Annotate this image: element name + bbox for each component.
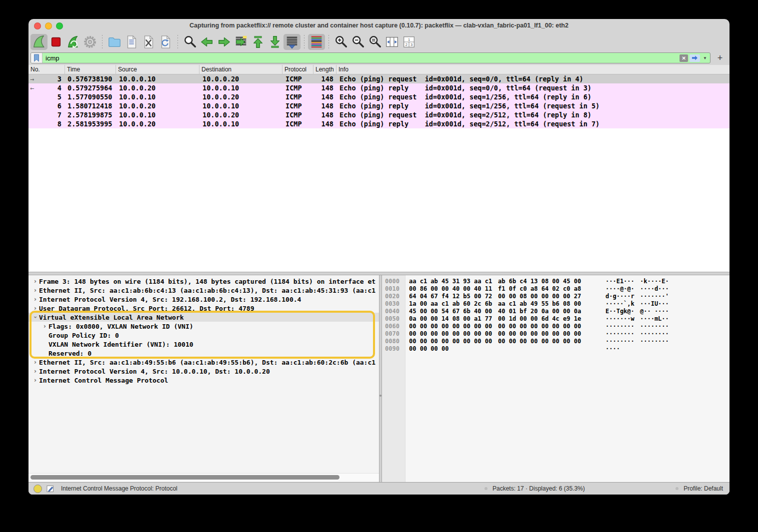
expander-closed-icon[interactable]: ›: [32, 278, 39, 285]
detail-row[interactable]: ›Flags: 0x0800, VXLAN Network ID (VNI): [28, 322, 379, 331]
expander-open-icon[interactable]: ›: [32, 314, 39, 321]
display-filter-field[interactable]: icmp ✕ ▼: [30, 52, 710, 63]
expander-closed-icon[interactable]: ›: [32, 287, 39, 294]
hex-row-0060[interactable]: 006000 00 00 00 00 00 00 0000 00 00 00 0…: [382, 322, 730, 330]
zoom-window-button[interactable]: [56, 22, 63, 29]
packet-row-5[interactable]: 51.57709055010.0.0.1010.0.0.20ICMP148Ech…: [28, 92, 730, 101]
detail-row[interactable]: VXLAN Network Identifier (VNI): 10010: [28, 340, 379, 349]
first-packet-button[interactable]: [250, 34, 266, 50]
packet-row-4[interactable]: ←40.57927596410.0.0.2010.0.0.10ICMP148Ec…: [28, 83, 730, 92]
last-packet-button[interactable]: [266, 34, 284, 50]
detail-row[interactable]: ›Frame 3: 148 bytes on wire (1184 bits),…: [28, 277, 379, 286]
detail-row[interactable]: ›Virtual eXtensible Local Area Network: [28, 313, 379, 322]
layout-123-button[interactable]: 123: [400, 34, 418, 50]
capture-options-button[interactable]: [82, 34, 98, 50]
packet-row-3[interactable]: →30.57673819010.0.0.1010.0.0.20ICMP148Ec…: [28, 74, 730, 83]
capture-comment-icon[interactable]: [46, 485, 55, 493]
column-header-destination[interactable]: Destination: [200, 65, 282, 74]
status-profile[interactable]: Profile: Default: [676, 485, 723, 492]
packet-row-6[interactable]: 61.58071241810.0.0.2010.0.0.10ICMP148Ech…: [28, 101, 730, 110]
next-packet-button[interactable]: [216, 34, 232, 50]
hex-row-0010[interactable]: 001000 86 00 00 40 00 40 11f1 0f c0 a8 6…: [382, 285, 730, 292]
colorize-button[interactable]: [308, 34, 325, 50]
close-file-button[interactable]: [140, 34, 157, 50]
hex-row-0070[interactable]: 007000 00 00 00 00 00 00 0000 00 00 00 0…: [382, 330, 730, 337]
status-separator-dot: [484, 487, 488, 490]
hex-row-0040[interactable]: 004045 00 00 54 67 6b 40 0040 01 bf 20 0…: [382, 307, 730, 315]
detail-row[interactable]: ›User Datagram Protocol, Src Port: 26612…: [28, 304, 379, 313]
column-header-time[interactable]: Time: [65, 65, 116, 74]
apply-arrow-icon: [692, 55, 698, 60]
reload-file-button[interactable]: [157, 34, 174, 50]
pane-splitter-horizontal[interactable]: [28, 272, 730, 275]
hex-bytes-left: aa c1 ab 45 31 93 aa c1: [409, 278, 492, 285]
resize-columns-button[interactable]: [384, 34, 400, 50]
expert-info-button[interactable]: [34, 485, 42, 493]
restart-capture-button[interactable]: [64, 34, 82, 50]
column-header-no[interactable]: No.: [28, 65, 65, 74]
hex-row-0030[interactable]: 00301a 00 aa c1 ab 60 2c 6baa c1 ab 49 5…: [382, 300, 730, 307]
hex-row-0020[interactable]: 002064 04 67 f4 12 b5 00 7200 00 08 00 0…: [382, 292, 730, 300]
reload-file-icon: [158, 34, 173, 49]
detail-row[interactable]: ›Ethernet II, Src: aa:c1:ab:6b:c4:13 (aa…: [28, 286, 379, 295]
go-to-packet-button[interactable]: [232, 34, 250, 50]
details-hscrollbar[interactable]: [28, 473, 379, 481]
column-header-info[interactable]: Info: [336, 65, 730, 74]
hex-offset: 0030: [382, 300, 405, 307]
filter-add-button[interactable]: +: [714, 53, 726, 63]
minimize-window-button[interactable]: [45, 22, 52, 29]
start-capture-button[interactable]: [30, 34, 48, 50]
close-window-button[interactable]: [34, 22, 41, 29]
status-field-info[interactable]: Internet Control Message Protocol: Proto…: [61, 485, 178, 492]
hex-row-0090[interactable]: 009000 00 00 00····: [382, 345, 730, 352]
expander-closed-icon[interactable]: ›: [32, 377, 39, 384]
svg-text:2: 2: [406, 42, 408, 47]
ascii-right: ········: [640, 338, 669, 345]
expander-closed-icon[interactable]: ›: [41, 323, 48, 330]
title-bar[interactable]: Capturing from packetflix:// remote clus…: [28, 19, 730, 32]
auto-scroll-button[interactable]: [284, 34, 300, 50]
previous-packet-button[interactable]: [198, 34, 216, 50]
detail-row[interactable]: ›Ethernet II, Src: aa:c1:ab:49:55:b6 (aa…: [28, 358, 379, 367]
expander-closed-icon[interactable]: ›: [32, 359, 39, 366]
hex-offset: 0000: [382, 278, 405, 285]
filter-input[interactable]: icmp: [42, 54, 680, 62]
hex-row-0050[interactable]: 00500a 00 00 14 08 00 a1 7700 1d 00 00 6…: [382, 315, 730, 322]
details-hscrollbar-thumb[interactable]: [30, 475, 340, 480]
filter-apply-button[interactable]: [690, 54, 700, 62]
save-file-icon: [124, 34, 139, 49]
hex-bytes-left: 64 04 67 f4 12 b5 00 72: [409, 293, 492, 300]
hex-row-0080[interactable]: 008000 00 00 00 00 00 00 0000 00 00 00 0…: [382, 337, 730, 345]
detail-row[interactable]: Group Policy ID: 0: [28, 331, 379, 340]
find-packet-icon: [182, 34, 198, 49]
zoom-in-button[interactable]: [332, 34, 350, 50]
expander-closed-icon[interactable]: ›: [32, 305, 39, 312]
ascii-right: ····mL··: [640, 315, 669, 322]
zoom-reset-icon: [368, 34, 382, 49]
zoom-reset-button[interactable]: [366, 34, 384, 50]
filter-dropdown-caret-icon[interactable]: ▼: [703, 56, 707, 60]
expander-closed-icon[interactable]: ›: [32, 368, 39, 375]
packet-list-pane: No.TimeSourceDestinationProtocolLengthIn…: [28, 65, 730, 272]
column-header-source[interactable]: Source: [116, 65, 200, 74]
detail-row[interactable]: ›Internet Control Message Protocol: [28, 376, 379, 385]
packet-list-header: No.TimeSourceDestinationProtocolLengthIn…: [28, 65, 730, 74]
column-header-protocol[interactable]: Protocol: [282, 65, 314, 74]
detail-row[interactable]: ›Internet Protocol Version 4, Src: 10.0.…: [28, 367, 379, 376]
packet-row-8[interactable]: 82.58195399510.0.0.2010.0.0.10ICMP148Ech…: [28, 119, 730, 128]
find-packet-button[interactable]: [182, 34, 198, 50]
lower-panes: ›Frame 3: 148 bytes on wire (1184 bits),…: [28, 275, 730, 482]
open-file-button[interactable]: [106, 34, 123, 50]
expander-closed-icon[interactable]: ›: [32, 296, 39, 303]
packet-row-7[interactable]: 72.57819987510.0.0.1010.0.0.20ICMP148Ech…: [28, 110, 730, 119]
column-header-length[interactable]: Length: [314, 65, 336, 74]
save-file-button[interactable]: [123, 34, 140, 50]
filter-bookmark-button[interactable]: [31, 53, 42, 63]
hex-row-0000[interactable]: 0000aa c1 ab 45 31 93 aa c1ab 6b c4 13 0…: [382, 277, 730, 285]
detail-row[interactable]: ›Internet Protocol Version 4, Src: 192.1…: [28, 295, 379, 304]
zoom-out-button[interactable]: [350, 34, 366, 50]
stop-capture-button[interactable]: [48, 34, 64, 50]
filter-clear-button[interactable]: ✕: [680, 54, 688, 62]
detail-row[interactable]: Reserved: 0: [28, 349, 379, 358]
hex-offset: 0010: [382, 285, 405, 292]
